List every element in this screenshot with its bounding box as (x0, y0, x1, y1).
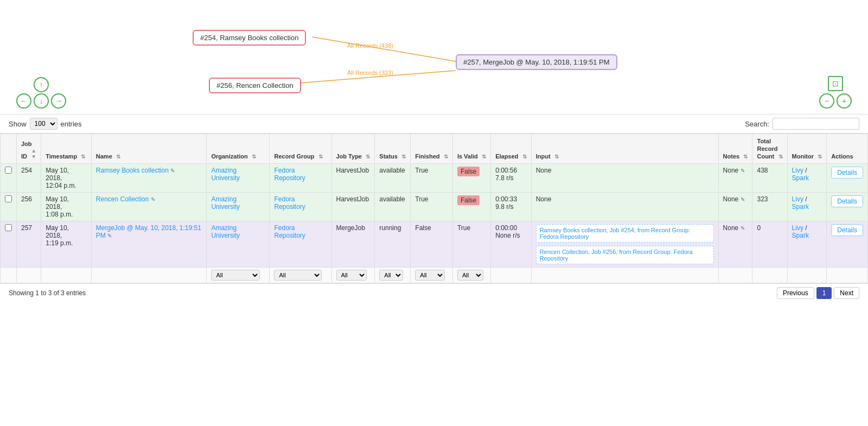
nav-right-icon[interactable]: → (51, 93, 66, 109)
connector-label-323: All Records (323) (347, 69, 393, 76)
finished-254: True (411, 164, 453, 193)
col-job-type[interactable]: Job Type ⇅ (331, 134, 375, 164)
job-id-257: 257 (17, 221, 41, 268)
col-name[interactable]: Name ⇅ (91, 134, 207, 164)
edit-icon-257[interactable]: ✎ (107, 233, 112, 239)
details-btn-256[interactable]: Details (831, 195, 863, 207)
row-checkbox-254[interactable] (1, 164, 17, 193)
monitor-257: Livy / Spark (787, 221, 827, 268)
timestamp-256: May 10, 2018,1:08 p.m. (41, 193, 92, 221)
row-checkbox-257[interactable] (1, 221, 17, 268)
notes-256: None ✎ (718, 193, 752, 221)
nav-down-icon[interactable]: ↓ (34, 93, 49, 109)
col-checkbox (1, 134, 17, 164)
notes-edit-257[interactable]: ✎ (741, 225, 745, 231)
job-type-256: HarvestJob (331, 193, 375, 221)
is-valid-257: True (452, 221, 490, 268)
nav-reset-icon[interactable]: ⊡ (828, 76, 843, 91)
page-1-button[interactable]: 1 (816, 287, 832, 299)
notes-edit-254[interactable]: ✎ (741, 168, 745, 174)
col-organization[interactable]: Organization ⇅ (207, 134, 270, 164)
input-256: None (531, 193, 718, 221)
col-total-record-count[interactable]: TotalRecordCount ⇅ (752, 134, 787, 164)
col-record-group[interactable]: Record Group ⇅ (270, 134, 331, 164)
table-row: 254 May 10, 2018,12:04 p.m. Ramsey Books… (1, 164, 868, 193)
input-254: None (531, 164, 718, 193)
monitor-spark-254[interactable]: Spark (792, 174, 809, 182)
filter-status[interactable]: All (375, 268, 411, 283)
col-job-id[interactable]: JobID ▲▼ (17, 134, 41, 164)
col-status[interactable]: Status ⇅ (375, 134, 411, 164)
notes-254: None ✎ (718, 164, 752, 193)
elapsed-257: 0:00:00None r/s (491, 221, 532, 268)
record-group-254: Fedora Repository (270, 164, 331, 193)
actions-254: Details (827, 164, 868, 193)
entries-suffix: entries (61, 120, 82, 128)
nav-left-icon[interactable]: ← (16, 93, 31, 109)
monitor-livy-257[interactable]: Livy (792, 224, 803, 232)
elapsed-256: 0:00:339.8 r/s (491, 193, 532, 221)
monitor-livy-256[interactable]: Livy (792, 195, 803, 203)
search-label: Search: (745, 120, 769, 128)
name-254: Ramsey Books collection ✎ (91, 164, 207, 193)
filter-record-group[interactable]: All (270, 268, 331, 283)
name-link-256[interactable]: Rencen Collection (96, 195, 149, 203)
notes-edit-256[interactable]: ✎ (741, 196, 745, 202)
col-elapsed[interactable]: Elapsed ⇅ (491, 134, 532, 164)
rg-link-256[interactable]: Fedora Repository (274, 195, 305, 211)
col-monitor[interactable]: Monitor ⇅ (787, 134, 827, 164)
diagram-box-ramsey: #254, Ramsey Books collection (193, 30, 306, 46)
status-256: available (375, 193, 411, 221)
col-finished[interactable]: Finished ⇅ (411, 134, 453, 164)
details-btn-257[interactable]: Details (831, 224, 863, 236)
organization-254: Amazing University (207, 164, 270, 193)
org-link-254[interactable]: Amazing University (211, 167, 240, 182)
filter-finished[interactable]: All (411, 268, 453, 283)
status-254: available (375, 164, 411, 193)
col-is-valid[interactable]: Is Valid ⇅ (452, 134, 490, 164)
rg-link-254[interactable]: Fedora Repository (274, 167, 305, 182)
nav-zoom-in-icon[interactable]: + (837, 93, 852, 109)
name-link-254[interactable]: Ramsey Books collection (96, 167, 169, 174)
actions-257: Details (827, 221, 868, 268)
name-257: MergeJob @ May. 10, 2018, 1:19:51 PM ✎ (91, 221, 207, 268)
nav-up-icon[interactable]: ↑ (34, 77, 49, 92)
record-group-256: Fedora Repository (270, 193, 331, 221)
nav-zoom-out-icon[interactable]: − (819, 93, 834, 109)
col-timestamp[interactable]: Timestamp ⇅ (41, 134, 92, 164)
rg-link-257[interactable]: Fedora Repository (274, 224, 305, 239)
monitor-256: Livy / Spark (787, 193, 827, 221)
row-checkbox-256[interactable] (1, 193, 17, 221)
details-btn-254[interactable]: Details (831, 167, 863, 179)
edit-icon-256[interactable]: ✎ (151, 196, 155, 202)
pagination-buttons: Previous 1 Next (777, 287, 859, 299)
job-id-254: 254 (17, 164, 41, 193)
col-notes[interactable]: Notes ⇅ (718, 134, 752, 164)
organization-256: Amazing University (207, 193, 270, 221)
organization-257: Amazing University (207, 221, 270, 268)
status-257: running (375, 221, 411, 268)
timestamp-254: May 10, 2018,12:04 p.m. (41, 164, 92, 193)
monitor-spark-256[interactable]: Spark (792, 203, 809, 211)
diagram-box-rencen: #256, Rencen Collection (209, 78, 301, 93)
monitor-livy-254[interactable]: Livy (792, 167, 803, 174)
org-link-257[interactable]: Amazing University (211, 224, 240, 239)
job-id-256: 256 (17, 193, 41, 221)
org-link-256[interactable]: Amazing University (211, 195, 240, 211)
next-button[interactable]: Next (834, 287, 859, 299)
monitor-spark-257[interactable]: Spark (792, 232, 809, 239)
previous-button[interactable]: Previous (777, 287, 814, 299)
edit-icon-254[interactable]: ✎ (170, 168, 175, 174)
svg-line-0 (312, 37, 456, 61)
input-257: Ramsey Books collection, Job #254, from … (531, 221, 718, 268)
filter-job-type[interactable]: All (331, 268, 375, 283)
filter-is-valid[interactable]: All (452, 268, 490, 283)
show-label: Show (9, 120, 27, 128)
filter-organization[interactable]: All (207, 268, 270, 283)
is-valid-badge-256: False (457, 195, 480, 205)
name-256: Rencen Collection ✎ (91, 193, 207, 221)
col-input[interactable]: Input ⇅ (531, 134, 718, 164)
entries-select[interactable]: 100 25 50 200 (30, 118, 58, 130)
search-input[interactable] (773, 118, 859, 130)
timestamp-257: May 10, 2018,1:19 p.m. (41, 221, 92, 268)
